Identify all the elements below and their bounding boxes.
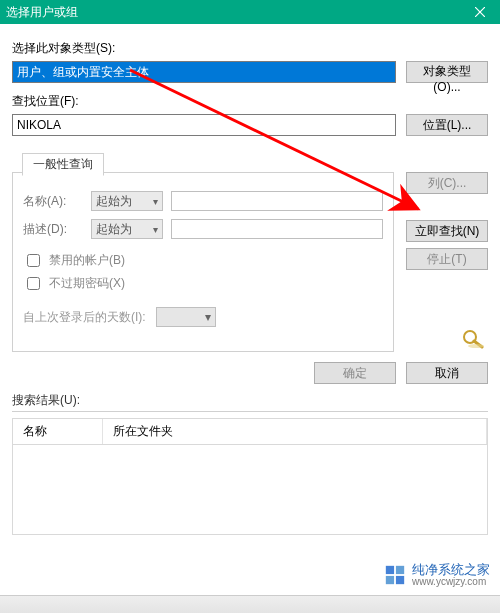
column-name[interactable]: 名称 [13,419,103,444]
disabled-accounts-label: 禁用的帐户(B) [49,252,125,269]
object-type-label: 选择此对象类型(S): [12,40,488,57]
desc-input[interactable] [171,219,383,239]
disabled-accounts-check[interactable]: 禁用的帐户(B) [23,251,383,270]
columns-button[interactable]: 列(C)... [406,172,488,194]
object-types-button[interactable]: 对象类型(O)... [406,61,488,83]
svg-rect-7 [396,566,404,574]
results-list[interactable] [12,445,488,535]
no-expire-check[interactable]: 不过期密码(X) [23,274,383,293]
name-label: 名称(A): [23,193,83,210]
name-match-value: 起始为 [96,193,132,210]
window-title: 选择用户或组 [6,4,78,21]
watermark: 纯净系统之家 www.ycwjzy.com [384,563,490,587]
query-panel: 名称(A): 起始为 ▾ 描述(D): 起始为 ▾ [12,172,394,352]
stop-button[interactable]: 停止(T) [406,248,488,270]
search-results-label: 搜索结果(U): [12,392,488,409]
locations-button[interactable]: 位置(L)... [406,114,488,136]
results-header: 名称 所在文件夹 [12,418,488,445]
location-label: 查找位置(F): [12,93,488,110]
ok-button[interactable]: 确定 [314,362,396,384]
search-icon [406,329,488,352]
separator [12,411,488,412]
disabled-accounts-checkbox[interactable] [27,254,40,267]
no-expire-label: 不过期密码(X) [49,275,125,292]
location-field[interactable] [12,114,396,136]
desc-match-combo[interactable]: 起始为 ▾ [91,219,163,239]
watermark-url: www.ycwjzy.com [412,576,490,587]
no-expire-checkbox[interactable] [27,277,40,290]
close-button[interactable] [460,0,500,24]
days-since-logon-label: 自上次登录后的天数(I): [23,309,146,326]
days-combo[interactable]: ▾ [156,307,216,327]
chevron-down-icon: ▾ [153,224,158,235]
chevron-down-icon: ▾ [153,196,158,207]
dialog-body: 选择此对象类型(S): 对象类型(O)... 查找位置(F): 位置(L)...… [0,24,500,541]
desc-label: 描述(D): [23,221,83,238]
column-folder[interactable]: 所在文件夹 [103,419,487,444]
find-now-button[interactable]: 立即查找(N) [406,220,488,242]
tab-common-queries[interactable]: 一般性查询 [22,153,104,176]
status-bar [0,595,500,613]
svg-rect-8 [386,576,394,584]
name-match-combo[interactable]: 起始为 ▾ [91,191,163,211]
desc-match-value: 起始为 [96,221,132,238]
watermark-text: 纯净系统之家 [412,563,490,576]
svg-point-4 [468,344,484,348]
svg-rect-9 [396,576,404,584]
chevron-down-icon: ▾ [205,310,211,324]
name-input[interactable] [171,191,383,211]
watermark-logo-icon [384,564,406,586]
titlebar: 选择用户或组 [0,0,500,24]
object-type-field[interactable] [12,61,396,83]
svg-rect-6 [386,566,394,574]
cancel-button[interactable]: 取消 [406,362,488,384]
close-icon [475,7,485,17]
